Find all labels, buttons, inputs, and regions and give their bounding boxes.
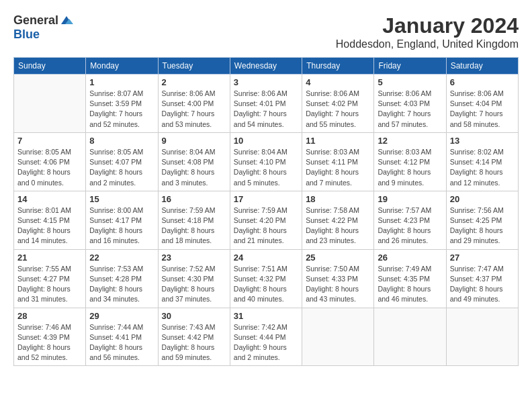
calendar-cell: 18Sunrise: 7:58 AMSunset: 4:22 PMDayligh… [302, 191, 374, 249]
day-info: Sunrise: 7:47 AMSunset: 4:37 PMDaylight:… [450, 264, 515, 305]
calendar-cell: 12Sunrise: 8:03 AMSunset: 4:12 PMDayligh… [374, 132, 446, 191]
day-info: Sunrise: 7:59 AMSunset: 4:20 PMDaylight:… [234, 205, 298, 246]
day-number: 25 [306, 253, 370, 263]
day-number: 23 [162, 253, 226, 263]
calendar-cell: 19Sunrise: 7:57 AMSunset: 4:23 PMDayligh… [374, 191, 446, 249]
page-header: General Blue January 2024 Hoddesdon, Eng… [13, 13, 519, 50]
day-info: Sunrise: 8:05 AMSunset: 4:07 PMDaylight:… [89, 147, 154, 188]
month-title: January 2024 [336, 13, 519, 38]
calendar-cell: 28Sunrise: 7:46 AMSunset: 4:39 PMDayligh… [14, 308, 86, 366]
week-row-1: 1Sunrise: 8:07 AMSunset: 3:59 PMDaylight… [14, 75, 519, 133]
day-info: Sunrise: 7:44 AMSunset: 4:41 PMDaylight:… [89, 322, 154, 363]
day-number: 2 [162, 77, 226, 87]
calendar-cell: 14Sunrise: 8:01 AMSunset: 4:15 PMDayligh… [14, 191, 86, 249]
day-number: 5 [378, 77, 442, 87]
calendar-cell: 23Sunrise: 7:52 AMSunset: 4:30 PMDayligh… [158, 249, 230, 308]
day-info: Sunrise: 7:51 AMSunset: 4:32 PMDaylight:… [234, 264, 298, 305]
day-number: 6 [450, 77, 515, 87]
header-sunday: Sunday [14, 58, 86, 75]
calendar-cell [302, 308, 374, 366]
day-info: Sunrise: 7:50 AMSunset: 4:33 PMDaylight:… [306, 264, 370, 305]
day-info: Sunrise: 7:42 AMSunset: 4:44 PMDaylight:… [234, 322, 298, 363]
day-number: 19 [378, 194, 442, 204]
day-info: Sunrise: 8:06 AMSunset: 4:01 PMDaylight:… [234, 89, 298, 130]
calendar-cell: 15Sunrise: 8:00 AMSunset: 4:17 PMDayligh… [86, 191, 158, 249]
day-number: 13 [450, 136, 515, 146]
header-tuesday: Tuesday [158, 58, 230, 75]
day-info: Sunrise: 8:06 AMSunset: 4:02 PMDaylight:… [306, 89, 370, 130]
day-number: 27 [450, 253, 515, 263]
day-number: 16 [162, 194, 226, 204]
day-info: Sunrise: 8:02 AMSunset: 4:14 PMDaylight:… [450, 147, 515, 188]
day-number: 3 [234, 77, 298, 87]
day-info: Sunrise: 7:55 AMSunset: 4:27 PMDaylight:… [17, 264, 82, 305]
day-number: 7 [17, 136, 82, 146]
day-number: 9 [162, 136, 226, 146]
day-info: Sunrise: 8:06 AMSunset: 4:00 PMDaylight:… [162, 89, 226, 130]
day-info: Sunrise: 8:06 AMSunset: 4:04 PMDaylight:… [450, 89, 515, 130]
logo-blue: Blue [13, 28, 40, 42]
day-info: Sunrise: 7:49 AMSunset: 4:35 PMDaylight:… [378, 264, 442, 305]
calendar-cell: 27Sunrise: 7:47 AMSunset: 4:37 PMDayligh… [446, 249, 518, 308]
calendar-cell: 9Sunrise: 8:04 AMSunset: 4:08 PMDaylight… [158, 132, 230, 191]
day-number: 10 [234, 136, 298, 146]
day-number: 14 [17, 194, 82, 204]
calendar-cell: 17Sunrise: 7:59 AMSunset: 4:20 PMDayligh… [230, 191, 302, 249]
calendar-cell: 30Sunrise: 7:43 AMSunset: 4:42 PMDayligh… [158, 308, 230, 366]
day-info: Sunrise: 8:03 AMSunset: 4:12 PMDaylight:… [378, 147, 442, 188]
calendar-cell: 13Sunrise: 8:02 AMSunset: 4:14 PMDayligh… [446, 132, 518, 191]
calendar-cell: 20Sunrise: 7:56 AMSunset: 4:25 PMDayligh… [446, 191, 518, 249]
calendar-cell: 6Sunrise: 8:06 AMSunset: 4:04 PMDaylight… [446, 75, 518, 133]
header-friday: Friday [374, 58, 446, 75]
title-block: January 2024 Hoddesdon, England, United … [336, 13, 519, 50]
calendar-cell: 25Sunrise: 7:50 AMSunset: 4:33 PMDayligh… [302, 249, 374, 308]
day-info: Sunrise: 7:56 AMSunset: 4:25 PMDaylight:… [450, 205, 515, 246]
day-info: Sunrise: 8:04 AMSunset: 4:10 PMDaylight:… [234, 147, 298, 188]
day-info: Sunrise: 8:00 AMSunset: 4:17 PMDaylight:… [89, 205, 154, 246]
day-number: 26 [378, 253, 442, 263]
calendar-header-row: SundayMondayTuesdayWednesdayThursdayFrid… [14, 58, 519, 75]
calendar-cell [14, 75, 86, 133]
day-number: 29 [89, 311, 154, 321]
calendar-cell: 5Sunrise: 8:06 AMSunset: 4:03 PMDaylight… [374, 75, 446, 133]
day-number: 24 [234, 253, 298, 263]
day-number: 20 [450, 194, 515, 204]
day-number: 11 [306, 136, 370, 146]
day-number: 15 [89, 194, 154, 204]
location: Hoddesdon, England, United Kingdom [336, 38, 519, 50]
day-info: Sunrise: 7:46 AMSunset: 4:39 PMDaylight:… [17, 322, 82, 363]
calendar-cell: 24Sunrise: 7:51 AMSunset: 4:32 PMDayligh… [230, 249, 302, 308]
day-info: Sunrise: 8:06 AMSunset: 4:03 PMDaylight:… [378, 89, 442, 130]
calendar-cell: 29Sunrise: 7:44 AMSunset: 4:41 PMDayligh… [86, 308, 158, 366]
day-info: Sunrise: 7:52 AMSunset: 4:30 PMDaylight:… [162, 264, 226, 305]
calendar-cell: 11Sunrise: 8:03 AMSunset: 4:11 PMDayligh… [302, 132, 374, 191]
logo: General Blue [13, 13, 75, 42]
day-info: Sunrise: 7:53 AMSunset: 4:28 PMDaylight:… [89, 264, 154, 305]
calendar-cell: 26Sunrise: 7:49 AMSunset: 4:35 PMDayligh… [374, 249, 446, 308]
calendar-cell: 1Sunrise: 8:07 AMSunset: 3:59 PMDaylight… [86, 75, 158, 133]
day-info: Sunrise: 8:01 AMSunset: 4:15 PMDaylight:… [17, 205, 82, 246]
calendar-cell: 22Sunrise: 7:53 AMSunset: 4:28 PMDayligh… [86, 249, 158, 308]
calendar-cell [374, 308, 446, 366]
day-info: Sunrise: 8:03 AMSunset: 4:11 PMDaylight:… [306, 147, 370, 188]
calendar-cell: 4Sunrise: 8:06 AMSunset: 4:02 PMDaylight… [302, 75, 374, 133]
day-info: Sunrise: 8:04 AMSunset: 4:08 PMDaylight:… [162, 147, 226, 188]
calendar: SundayMondayTuesdayWednesdayThursdayFrid… [13, 57, 519, 366]
day-number: 4 [306, 77, 370, 87]
day-info: Sunrise: 8:07 AMSunset: 3:59 PMDaylight:… [89, 89, 154, 130]
calendar-cell: 7Sunrise: 8:05 AMSunset: 4:06 PMDaylight… [14, 132, 86, 191]
day-number: 28 [17, 311, 82, 321]
logo-general: General [13, 13, 58, 28]
day-info: Sunrise: 7:43 AMSunset: 4:42 PMDaylight:… [162, 322, 226, 363]
calendar-cell: 8Sunrise: 8:05 AMSunset: 4:07 PMDaylight… [86, 132, 158, 191]
day-number: 22 [89, 253, 154, 263]
calendar-cell: 2Sunrise: 8:06 AMSunset: 4:00 PMDaylight… [158, 75, 230, 133]
day-number: 12 [378, 136, 442, 146]
day-number: 31 [234, 311, 298, 321]
day-number: 18 [306, 194, 370, 204]
calendar-cell: 10Sunrise: 8:04 AMSunset: 4:10 PMDayligh… [230, 132, 302, 191]
day-number: 1 [89, 77, 154, 87]
calendar-cell: 16Sunrise: 7:59 AMSunset: 4:18 PMDayligh… [158, 191, 230, 249]
week-row-5: 28Sunrise: 7:46 AMSunset: 4:39 PMDayligh… [14, 308, 519, 366]
logo-icon [60, 15, 73, 27]
